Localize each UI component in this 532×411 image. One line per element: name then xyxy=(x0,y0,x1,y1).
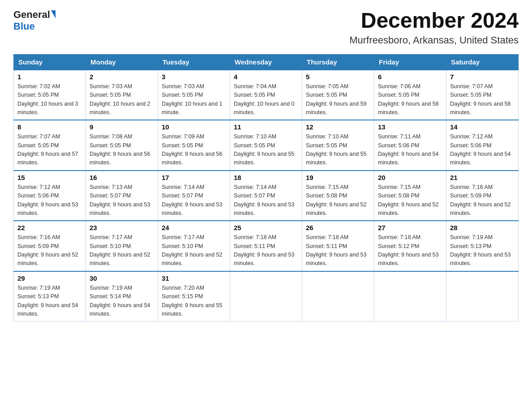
day-info: Sunrise: 7:18 AM Sunset: 5:11 PM Dayligh… xyxy=(306,233,370,268)
day-number: 10 xyxy=(162,123,226,131)
day-info: Sunrise: 7:18 AM Sunset: 5:11 PM Dayligh… xyxy=(234,233,298,268)
day-info: Sunrise: 7:06 AM Sunset: 5:05 PM Dayligh… xyxy=(378,82,442,117)
day-cell: 9 Sunrise: 7:08 AM Sunset: 5:05 PM Dayli… xyxy=(86,120,158,171)
day-cell xyxy=(374,271,446,321)
day-info: Sunrise: 7:15 AM Sunset: 5:08 PM Dayligh… xyxy=(306,183,370,218)
week-row-1: 1 Sunrise: 7:02 AM Sunset: 5:05 PM Dayli… xyxy=(14,70,519,120)
day-info: Sunrise: 7:03 AM Sunset: 5:05 PM Dayligh… xyxy=(90,82,154,117)
day-cell: 16 Sunrise: 7:13 AM Sunset: 5:07 PM Dayl… xyxy=(86,171,158,221)
day-cell xyxy=(446,271,519,321)
day-number: 21 xyxy=(450,174,515,181)
calendar-body: 1 Sunrise: 7:02 AM Sunset: 5:05 PM Dayli… xyxy=(14,70,519,321)
subtitle: Murfreesboro, Arkansas, United States xyxy=(349,34,519,46)
day-cell: 10 Sunrise: 7:09 AM Sunset: 5:05 PM Dayl… xyxy=(158,120,230,171)
day-info: Sunrise: 7:17 AM Sunset: 5:10 PM Dayligh… xyxy=(90,233,154,268)
day-cell: 8 Sunrise: 7:07 AM Sunset: 5:05 PM Dayli… xyxy=(14,120,86,171)
day-info: Sunrise: 7:12 AM Sunset: 5:06 PM Dayligh… xyxy=(17,183,82,218)
logo-triangle-icon xyxy=(51,10,56,18)
day-info: Sunrise: 7:12 AM Sunset: 5:06 PM Dayligh… xyxy=(450,133,515,167)
day-info: Sunrise: 7:19 AM Sunset: 5:13 PM Dayligh… xyxy=(17,284,82,319)
day-number: 8 xyxy=(17,123,82,131)
day-info: Sunrise: 7:04 AM Sunset: 5:05 PM Dayligh… xyxy=(234,82,298,117)
day-cell: 23 Sunrise: 7:17 AM Sunset: 5:10 PM Dayl… xyxy=(86,221,158,271)
day-cell: 27 Sunrise: 7:18 AM Sunset: 5:12 PM Dayl… xyxy=(374,221,446,271)
week-row-5: 29 Sunrise: 7:19 AM Sunset: 5:13 PM Dayl… xyxy=(14,271,519,321)
day-number: 7 xyxy=(450,73,515,81)
day-info: Sunrise: 7:08 AM Sunset: 5:05 PM Dayligh… xyxy=(90,133,154,167)
day-cell: 11 Sunrise: 7:10 AM Sunset: 5:05 PM Dayl… xyxy=(230,120,302,171)
day-cell: 31 Sunrise: 7:20 AM Sunset: 5:15 PM Dayl… xyxy=(158,271,230,321)
logo: General Blue xyxy=(13,9,56,32)
day-number: 22 xyxy=(17,224,82,231)
day-info: Sunrise: 7:10 AM Sunset: 5:05 PM Dayligh… xyxy=(306,133,370,167)
day-number: 30 xyxy=(90,274,154,282)
day-info: Sunrise: 7:17 AM Sunset: 5:10 PM Dayligh… xyxy=(162,233,226,268)
day-number: 17 xyxy=(162,174,226,181)
day-info: Sunrise: 7:19 AM Sunset: 5:13 PM Dayligh… xyxy=(450,233,515,268)
title-area: December 2024 Murfreesboro, Arkansas, Un… xyxy=(349,9,519,46)
day-number: 11 xyxy=(234,123,298,131)
day-cell: 5 Sunrise: 7:05 AM Sunset: 5:05 PM Dayli… xyxy=(302,70,374,120)
day-info: Sunrise: 7:10 AM Sunset: 5:05 PM Dayligh… xyxy=(234,133,298,167)
day-number: 9 xyxy=(90,123,154,131)
day-number: 27 xyxy=(378,224,442,231)
main-title: December 2024 xyxy=(349,9,519,33)
day-cell: 18 Sunrise: 7:14 AM Sunset: 5:07 PM Dayl… xyxy=(230,171,302,221)
day-info: Sunrise: 7:15 AM Sunset: 5:08 PM Dayligh… xyxy=(378,183,442,218)
header-row: SundayMondayTuesdayWednesdayThursdayFrid… xyxy=(14,54,519,70)
day-info: Sunrise: 7:11 AM Sunset: 5:06 PM Dayligh… xyxy=(378,133,442,167)
day-cell: 25 Sunrise: 7:18 AM Sunset: 5:11 PM Dayl… xyxy=(230,221,302,271)
day-number: 12 xyxy=(306,123,370,131)
day-number: 1 xyxy=(17,73,82,81)
logo-blue-text: Blue xyxy=(13,21,35,32)
day-cell: 29 Sunrise: 7:19 AM Sunset: 5:13 PM Dayl… xyxy=(14,271,86,321)
calendar-table: SundayMondayTuesdayWednesdayThursdayFrid… xyxy=(13,54,519,322)
day-info: Sunrise: 7:09 AM Sunset: 5:05 PM Dayligh… xyxy=(162,133,226,167)
day-info: Sunrise: 7:16 AM Sunset: 5:09 PM Dayligh… xyxy=(17,233,82,268)
day-number: 31 xyxy=(162,274,226,282)
header-cell-monday: Monday xyxy=(86,54,158,70)
day-number: 2 xyxy=(90,73,154,81)
day-cell: 15 Sunrise: 7:12 AM Sunset: 5:06 PM Dayl… xyxy=(14,171,86,221)
day-info: Sunrise: 7:18 AM Sunset: 5:12 PM Dayligh… xyxy=(378,233,442,268)
week-row-4: 22 Sunrise: 7:16 AM Sunset: 5:09 PM Dayl… xyxy=(14,221,519,271)
day-info: Sunrise: 7:16 AM Sunset: 5:09 PM Dayligh… xyxy=(450,183,515,218)
day-number: 20 xyxy=(378,174,442,181)
day-cell: 13 Sunrise: 7:11 AM Sunset: 5:06 PM Dayl… xyxy=(374,120,446,171)
day-cell: 7 Sunrise: 7:07 AM Sunset: 5:05 PM Dayli… xyxy=(446,70,519,120)
day-cell: 19 Sunrise: 7:15 AM Sunset: 5:08 PM Dayl… xyxy=(302,171,374,221)
page-header: General Blue December 2024 Murfreesboro,… xyxy=(13,9,519,46)
day-cell: 21 Sunrise: 7:16 AM Sunset: 5:09 PM Dayl… xyxy=(446,171,519,221)
day-number: 13 xyxy=(378,123,442,131)
header-cell-sunday: Sunday xyxy=(14,54,86,70)
day-cell xyxy=(230,271,302,321)
calendar-header: SundayMondayTuesdayWednesdayThursdayFrid… xyxy=(14,54,519,70)
day-info: Sunrise: 7:07 AM Sunset: 5:05 PM Dayligh… xyxy=(450,82,515,117)
day-number: 5 xyxy=(306,73,370,81)
day-info: Sunrise: 7:05 AM Sunset: 5:05 PM Dayligh… xyxy=(306,82,370,117)
day-number: 16 xyxy=(90,174,154,181)
day-cell: 22 Sunrise: 7:16 AM Sunset: 5:09 PM Dayl… xyxy=(14,221,86,271)
day-info: Sunrise: 7:14 AM Sunset: 5:07 PM Dayligh… xyxy=(234,183,298,218)
day-info: Sunrise: 7:07 AM Sunset: 5:05 PM Dayligh… xyxy=(17,133,82,167)
day-cell: 20 Sunrise: 7:15 AM Sunset: 5:08 PM Dayl… xyxy=(374,171,446,221)
day-info: Sunrise: 7:20 AM Sunset: 5:15 PM Dayligh… xyxy=(162,284,226,319)
day-number: 4 xyxy=(234,73,298,81)
day-number: 29 xyxy=(17,274,82,282)
day-info: Sunrise: 7:14 AM Sunset: 5:07 PM Dayligh… xyxy=(162,183,226,218)
logo-general-text: General xyxy=(13,9,50,21)
day-cell: 26 Sunrise: 7:18 AM Sunset: 5:11 PM Dayl… xyxy=(302,221,374,271)
day-cell: 6 Sunrise: 7:06 AM Sunset: 5:05 PM Dayli… xyxy=(374,70,446,120)
day-info: Sunrise: 7:02 AM Sunset: 5:05 PM Dayligh… xyxy=(17,82,82,117)
day-info: Sunrise: 7:03 AM Sunset: 5:05 PM Dayligh… xyxy=(162,82,226,117)
day-number: 18 xyxy=(234,174,298,181)
header-cell-friday: Friday xyxy=(374,54,446,70)
day-info: Sunrise: 7:13 AM Sunset: 5:07 PM Dayligh… xyxy=(90,183,154,218)
day-number: 24 xyxy=(162,224,226,231)
header-cell-wednesday: Wednesday xyxy=(230,54,302,70)
week-row-2: 8 Sunrise: 7:07 AM Sunset: 5:05 PM Dayli… xyxy=(14,120,519,171)
day-number: 19 xyxy=(306,174,370,181)
day-number: 26 xyxy=(306,224,370,231)
day-number: 28 xyxy=(450,224,515,231)
day-cell: 3 Sunrise: 7:03 AM Sunset: 5:05 PM Dayli… xyxy=(158,70,230,120)
